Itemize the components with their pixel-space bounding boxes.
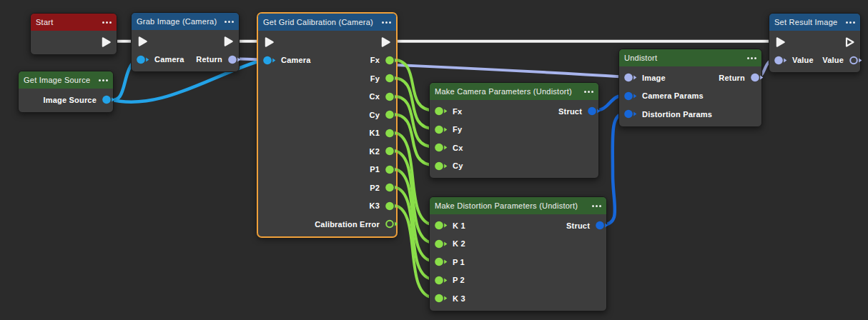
value-input-port[interactable]: [774, 55, 787, 66]
port-label: Fy: [453, 125, 462, 134]
p2-output-port[interactable]: [385, 182, 398, 193]
port-label: P 2: [453, 276, 465, 284]
node-start[interactable]: Start: [30, 13, 117, 55]
node-undistort[interactable]: Undistort Image Return Camera Params: [618, 49, 762, 127]
more-options-icon[interactable]: [846, 20, 855, 25]
port-label: P2: [370, 184, 380, 192]
port-label: Value: [822, 56, 844, 64]
node-header[interactable]: Make Distortion Parameters (Undistort): [430, 197, 606, 214]
calibration-error-output-port[interactable]: [385, 219, 398, 229]
more-options-icon[interactable]: [99, 78, 108, 83]
node-header[interactable]: Undistort: [619, 49, 761, 66]
node-make-camera-parameters[interactable]: Make Camera Parameters (Undistort) Fx St…: [429, 82, 599, 179]
port-label: K 2: [453, 239, 465, 248]
node-get-image-source[interactable]: Get Image Source Image Source: [18, 71, 114, 113]
node-header[interactable]: Get Grid Calibration (Camera): [258, 14, 396, 31]
more-options-icon[interactable]: [747, 56, 756, 61]
exec-out-pin[interactable]: [379, 36, 392, 49]
port-label: Camera Params: [642, 91, 704, 100]
fx-input-port[interactable]: [434, 106, 448, 116]
image-source-output-port[interactable]: [102, 94, 115, 105]
k2-input-port[interactable]: [434, 239, 448, 249]
node-set-result-image[interactable]: Set Result Image Value Value: [769, 13, 861, 73]
port-label: Image Source: [43, 96, 97, 104]
node-get-grid-calibration[interactable]: Get Grid Calibration (Camera) Camera Fx: [257, 13, 397, 237]
k1-output-port[interactable]: [385, 128, 398, 139]
port-label: Cx: [453, 144, 463, 152]
port-label: Calibration Error: [315, 220, 380, 229]
port-label: Struct: [566, 221, 590, 230]
port-label: Image: [642, 74, 666, 82]
p2-input-port[interactable]: [434, 275, 448, 286]
k3-input-port[interactable]: [434, 293, 448, 304]
node-header[interactable]: Make Camera Parameters (Undistort): [430, 83, 598, 100]
more-options-icon[interactable]: [382, 20, 391, 25]
node-title: Make Distortion Parameters (Undistort): [435, 201, 588, 210]
return-output-port[interactable]: [750, 72, 764, 83]
port-label: K1: [370, 129, 380, 137]
exec-in-pin[interactable]: [774, 36, 786, 49]
k3-output-port[interactable]: [385, 201, 398, 211]
port-label: P 1: [453, 258, 465, 266]
return-output-port[interactable]: [227, 54, 241, 65]
value-output-port[interactable]: [849, 55, 862, 66]
exec-in-pin[interactable]: [262, 36, 275, 49]
node-header[interactable]: Grab Image (Camera): [132, 13, 239, 30]
port-label: Distortion Params: [642, 110, 712, 119]
p1-input-port[interactable]: [434, 256, 448, 267]
exec-out-pin[interactable]: [99, 36, 112, 49]
node-title: Set Result Image: [774, 18, 842, 26]
port-label: Camera: [154, 55, 184, 64]
p1-output-port[interactable]: [385, 164, 398, 175]
exec-out-pin[interactable]: [843, 36, 856, 49]
k1-input-port[interactable]: [434, 220, 448, 231]
more-options-icon[interactable]: [592, 204, 601, 209]
camera-input-port[interactable]: [136, 54, 149, 65]
port-label: P1: [370, 165, 380, 174]
node-make-distortion-parameters[interactable]: Make Distortion Parameters (Undistort) K…: [429, 196, 607, 311]
port-label: Fx: [370, 56, 380, 64]
more-options-icon[interactable]: [584, 89, 593, 94]
port-label: Fx: [453, 107, 462, 116]
struct-output-port[interactable]: [595, 220, 608, 231]
cx-input-port[interactable]: [434, 142, 448, 153]
exec-in-pin[interactable]: [136, 35, 149, 48]
node-header[interactable]: Start: [31, 14, 117, 31]
port-label: Value: [792, 56, 814, 64]
cx-output-port[interactable]: [385, 91, 398, 102]
fx-output-port[interactable]: [385, 55, 398, 66]
port-label: Cy: [453, 161, 463, 170]
port-label: Cy: [370, 111, 380, 119]
node-title: Undistort: [624, 54, 743, 62]
node-title: Make Camera Parameters (Undistort): [435, 87, 580, 96]
node-title: Grab Image (Camera): [137, 17, 220, 26]
more-options-icon[interactable]: [102, 20, 112, 25]
port-label: Return: [719, 74, 745, 82]
more-options-icon[interactable]: [225, 19, 234, 24]
graph-canvas[interactable]: Start Grab Image (Camera): [0, 0, 868, 320]
node-grab-image[interactable]: Grab Image (Camera) Camera Return: [131, 12, 240, 72]
port-label: K 3: [453, 294, 465, 303]
node-title: Start: [36, 18, 98, 26]
exec-out-pin[interactable]: [222, 35, 235, 48]
node-header[interactable]: Get Image Source: [19, 71, 113, 89]
camera-input-port[interactable]: [262, 55, 276, 66]
image-input-port[interactable]: [623, 72, 637, 83]
distortion-params-input-port[interactable]: [623, 109, 637, 119]
cy-input-port[interactable]: [434, 161, 448, 171]
struct-output-port[interactable]: [587, 106, 601, 116]
camera-params-input-port[interactable]: [623, 91, 637, 101]
port-label: K 1: [453, 221, 465, 230]
node-title: Get Grid Calibration (Camera): [263, 18, 378, 26]
port-label: K2: [370, 147, 380, 156]
fy-input-port[interactable]: [434, 124, 448, 135]
k2-output-port[interactable]: [385, 146, 398, 156]
port-label: Struct: [558, 107, 582, 116]
node-header[interactable]: Set Result Image: [769, 14, 860, 31]
port-label: Cx: [370, 92, 380, 101]
fy-output-port[interactable]: [385, 73, 398, 84]
port-label: Return: [196, 55, 222, 64]
node-title: Get Image Source: [24, 76, 94, 84]
cy-output-port[interactable]: [385, 109, 398, 120]
port-label: Fy: [370, 74, 380, 83]
